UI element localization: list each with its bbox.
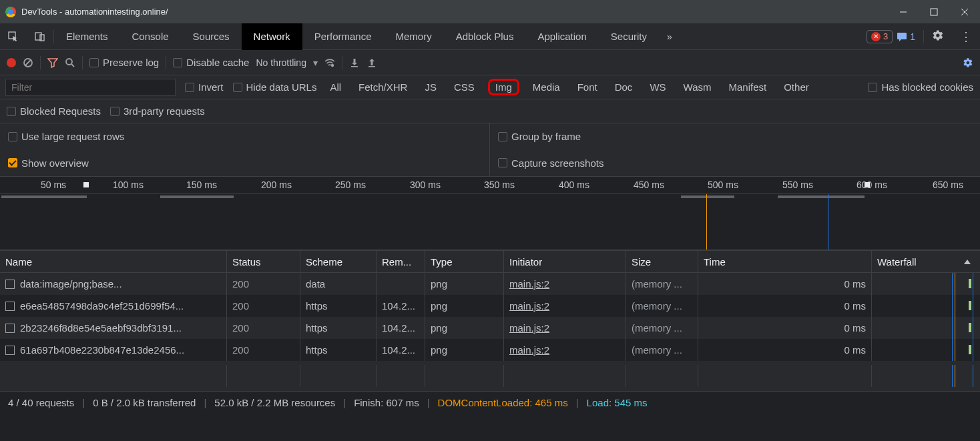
large-rows-checkbox[interactable]: Use large request rows: [8, 131, 124, 142]
cell-remote: 104.2...: [377, 295, 425, 317]
filter-type-manifest[interactable]: Manifest: [725, 80, 771, 94]
messages-badge[interactable]: 1: [897, 31, 915, 42]
cell-initiator[interactable]: main.js:2: [504, 295, 626, 317]
window-minimize-button[interactable]: [888, 0, 919, 23]
divider: [40, 56, 41, 69]
filter-bar: Invert Hide data URLs All Fetch/XHR JS C…: [0, 75, 980, 99]
filter-type-other[interactable]: Other: [780, 80, 813, 94]
file-icon: [5, 324, 15, 333]
column-name[interactable]: Name: [0, 251, 227, 272]
timeline-handle-end[interactable]: [865, 182, 870, 187]
cell-type: png: [425, 295, 504, 317]
screenshots-label: Capture screenshots: [511, 157, 603, 169]
import-har-icon[interactable]: [349, 57, 360, 68]
hide-data-label: Hide data URLs: [246, 81, 317, 93]
cell-size: (memory ...: [626, 339, 698, 361]
column-size[interactable]: Size: [626, 251, 698, 272]
tab-sources[interactable]: Sources: [181, 23, 242, 50]
tab-network[interactable]: Network: [242, 23, 302, 50]
disable-cache-checkbox[interactable]: Disable cache: [173, 57, 249, 68]
divider: [342, 56, 342, 69]
throttling-select[interactable]: No throttling▾: [256, 57, 317, 68]
tick: 50 ms: [41, 179, 66, 190]
inspect-icon[interactable]: [0, 23, 27, 50]
device-toolbar-icon[interactable]: [27, 23, 53, 50]
cell-waterfall: [872, 317, 980, 339]
window-maximize-button[interactable]: [919, 0, 949, 23]
network-conditions-icon[interactable]: [324, 57, 335, 68]
cell-waterfall: [872, 339, 980, 361]
domcontentloaded-marker: [706, 194, 707, 250]
capture-screenshots-checkbox[interactable]: Capture screenshots: [498, 157, 603, 169]
export-har-icon[interactable]: [366, 57, 377, 68]
cell-scheme: https: [300, 295, 377, 317]
settings-icon[interactable]: [924, 29, 952, 43]
cell-initiator[interactable]: main.js:2: [504, 339, 626, 361]
cell-time: 0 ms: [698, 317, 872, 339]
hide-data-urls-checkbox[interactable]: Hide data URLs: [233, 81, 317, 93]
record-button[interactable]: [7, 58, 16, 67]
tab-memory[interactable]: Memory: [384, 23, 444, 50]
filter-type-doc[interactable]: Doc: [611, 80, 637, 94]
svg-line-11: [71, 64, 74, 67]
tick: 200 ms: [261, 179, 292, 190]
errors-count: 3: [883, 31, 888, 41]
column-status[interactable]: Status: [227, 251, 300, 272]
filter-type-ws[interactable]: WS: [646, 80, 670, 94]
window-close-button[interactable]: [949, 0, 980, 23]
cell-initiator[interactable]: main.js:2: [504, 273, 626, 295]
third-party-label: 3rd-party requests: [124, 105, 205, 117]
filter-type-js[interactable]: JS: [421, 80, 441, 94]
network-settings-icon[interactable]: [963, 57, 973, 68]
table-row[interactable]: data:image/png;base... 200 data png main…: [0, 273, 980, 295]
disable-cache-label: Disable cache: [186, 57, 249, 68]
tab-console[interactable]: Console: [120, 23, 181, 50]
more-icon[interactable]: ⋮: [952, 29, 980, 44]
third-party-checkbox[interactable]: 3rd-party requests: [110, 105, 205, 117]
column-time[interactable]: Time: [698, 251, 872, 272]
errors-badge[interactable]: ✕3: [867, 30, 893, 43]
empty-row: [0, 361, 980, 391]
svg-rect-7: [897, 33, 907, 39]
column-waterfall[interactable]: Waterfall: [872, 251, 980, 272]
filter-type-media[interactable]: Media: [529, 80, 564, 94]
filter-type-font[interactable]: Font: [573, 80, 601, 94]
blocked-requests-checkbox[interactable]: Blocked Requests: [7, 105, 101, 117]
group-by-frame-checkbox[interactable]: Group by frame: [498, 131, 581, 142]
preserve-log-label: Preserve log: [103, 57, 159, 68]
preserve-log-checkbox[interactable]: Preserve log: [89, 57, 159, 68]
column-scheme[interactable]: Scheme: [300, 251, 377, 272]
show-overview-checkbox[interactable]: Show overview: [8, 157, 89, 169]
filter-icon[interactable]: [47, 57, 58, 68]
grid-header: Name Status Scheme Rem... Type Initiator…: [0, 250, 980, 273]
table-row[interactable]: e6ea54857498da9c4ef251d699f54... 200 htt…: [0, 295, 980, 317]
filter-input[interactable]: [5, 79, 176, 96]
timeline-overview[interactable]: 50 ms 100 ms 150 ms 200 ms 250 ms 300 ms…: [0, 177, 980, 250]
filter-type-fetch[interactable]: Fetch/XHR: [354, 80, 411, 94]
column-remote[interactable]: Rem...: [377, 251, 425, 272]
more-tabs-icon[interactable]: »: [659, 31, 680, 42]
has-blocked-cookies-checkbox[interactable]: Has blocked cookies: [868, 81, 973, 93]
svg-point-10: [66, 59, 72, 65]
tab-security[interactable]: Security: [599, 23, 659, 50]
timeline-handle-start[interactable]: [83, 182, 89, 187]
tab-adblock[interactable]: Adblock Plus: [444, 23, 526, 50]
cell-status: 200: [227, 317, 300, 339]
table-row[interactable]: 61a697b408e2230b847e13de2456... 200 http…: [0, 339, 980, 361]
column-type[interactable]: Type: [425, 251, 504, 272]
clear-icon[interactable]: [23, 57, 33, 68]
filter-type-wasm[interactable]: Wasm: [680, 80, 716, 94]
invert-checkbox[interactable]: Invert: [185, 81, 224, 93]
tab-elements[interactable]: Elements: [54, 23, 120, 50]
filter-type-all[interactable]: All: [326, 80, 345, 94]
search-icon[interactable]: [65, 57, 75, 68]
table-row[interactable]: 2b23246f8d8e54e5aebf93dbf3191... 200 htt…: [0, 317, 980, 339]
tab-application[interactable]: Application: [525, 23, 598, 50]
column-initiator[interactable]: Initiator: [504, 251, 626, 272]
waterfall-label: Waterfall: [877, 256, 917, 268]
tab-performance[interactable]: Performance: [302, 23, 384, 50]
filter-type-css[interactable]: CSS: [450, 80, 479, 94]
footer-finish: Finish: 607 ms: [354, 397, 419, 408]
filter-type-img[interactable]: Img: [488, 79, 519, 95]
cell-initiator[interactable]: main.js:2: [504, 317, 626, 339]
